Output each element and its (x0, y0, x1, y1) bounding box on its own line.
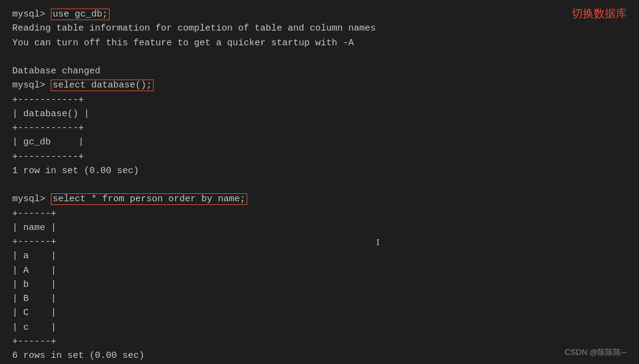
line-person-sep-3: +------+ (12, 335, 627, 349)
line-person-row-a-upper: | A | (12, 264, 627, 278)
line-row-count-6: 6 rows in set (0.00 sec) (12, 349, 627, 363)
annotation-csdn: CSDN @陈陈陈-- (565, 347, 627, 358)
line-blank-2 (12, 178, 627, 192)
prompt-3: mysql> (12, 194, 51, 204)
line-person-sep-2: +------+ (12, 235, 627, 249)
line-person-sep-1: +------+ (12, 207, 627, 221)
line-person-row-a-lower: | a | (12, 249, 627, 263)
cursor-indicator: I (376, 237, 379, 248)
line-reading-table: Reading table information for completion… (12, 21, 627, 35)
line-person-row-b-lower: | b | (12, 278, 627, 292)
cmd-use-gc-db: use gc_db; (51, 9, 110, 20)
cmd-select-database: select database(); (51, 80, 154, 91)
line-sep-2: +-----------+ (12, 121, 627, 135)
line-row-count-1: 1 row in set (0.00 sec) (12, 164, 627, 178)
line-blank-1 (12, 50, 627, 64)
line-db-value: | gc_db | (12, 135, 627, 149)
line-person-row-b-upper: | B | (12, 292, 627, 306)
line-use-gc-db: mysql> use gc_db; (12, 7, 627, 21)
line-person-row-c-upper: | C | (12, 306, 627, 320)
line-person-header: | name | (12, 221, 627, 235)
line-person-row-c-lower: | c | (12, 321, 627, 335)
line-turn-off: You can turn off this feature to get a q… (12, 36, 627, 50)
line-db-changed: Database changed (12, 64, 627, 78)
cmd-select-person: select * from person order by name; (51, 193, 247, 205)
prompt-1: mysql> (12, 9, 51, 20)
line-select-database: mysql> select database(); (12, 78, 627, 92)
annotation-switch-db: 切换数据库 (572, 6, 627, 21)
terminal-window: mysql> use gc_db; Reading table informat… (0, 0, 639, 364)
line-sep-1: +-----------+ (12, 93, 627, 107)
line-sep-3: +-----------+ (12, 150, 627, 164)
prompt-2: mysql> (12, 80, 51, 91)
line-select-person: mysql> select * from person order by nam… (12, 192, 627, 206)
line-db-header: | database() | (12, 107, 627, 121)
